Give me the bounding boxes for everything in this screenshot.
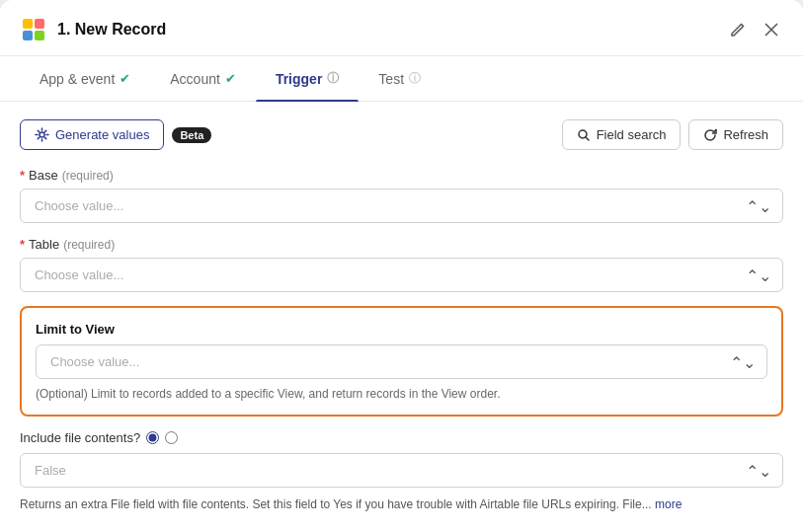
limit-to-view-label: Limit to View <box>36 322 767 337</box>
modal-container: 1. New Record App & event ✔ Account ✔ <box>0 0 803 532</box>
beta-badge: Beta <box>172 127 211 143</box>
base-label-text: Base <box>29 168 58 183</box>
svg-rect-1 <box>23 19 33 29</box>
base-field-group: * Base (required) Choose value... ⌃⌄ <box>20 168 783 223</box>
include-file-radio-group <box>146 431 178 444</box>
tab-test[interactable]: Test ⓘ <box>359 56 441 101</box>
limit-to-view-hint: (Optional) Limit to records added to a s… <box>36 387 767 401</box>
tab-account-check: ✔ <box>225 71 236 86</box>
app-icon <box>20 16 47 43</box>
search-icon <box>577 128 591 142</box>
tab-account[interactable]: Account ✔ <box>150 56 256 101</box>
close-icon <box>763 22 779 38</box>
svg-rect-3 <box>23 31 33 40</box>
field-search-button[interactable]: Field search <box>562 119 682 150</box>
include-file-hint: Returns an extra File field with file co… <box>20 495 783 513</box>
limit-to-view-select[interactable]: Choose value... <box>36 344 767 379</box>
toolbar: Generate values Beta Field search <box>20 119 783 150</box>
svg-point-5 <box>40 132 44 137</box>
tab-trigger-info: ⓘ <box>327 70 339 87</box>
generate-values-label: Generate values <box>55 127 149 142</box>
table-required-star: * <box>20 237 25 252</box>
tab-test-label: Test <box>378 71 404 87</box>
tab-account-label: Account <box>170 71 220 87</box>
tab-app-event-label: App & event <box>40 71 115 87</box>
base-label: * Base (required) <box>20 168 783 183</box>
table-label: * Table (required) <box>20 237 783 252</box>
tab-test-info: ⓘ <box>409 70 421 87</box>
refresh-button[interactable]: Refresh <box>688 119 783 150</box>
include-file-label: Include file contents? <box>20 430 140 445</box>
field-search-label: Field search <box>597 127 667 142</box>
table-required-text: (required) <box>63 238 115 252</box>
table-select[interactable]: Choose value... <box>20 258 783 292</box>
modal-body: Generate values Beta Field search <box>0 102 803 532</box>
generate-values-button[interactable]: Generate values <box>20 119 164 150</box>
tab-app-event-check: ✔ <box>120 71 130 86</box>
limit-to-view-select-wrapper: Choose value... ⌃⌄ <box>36 344 767 379</box>
include-file-radio-yes[interactable] <box>146 431 159 444</box>
generate-icon <box>35 127 49 142</box>
modal-title-row: 1. New Record <box>20 16 166 43</box>
base-required-text: (required) <box>62 169 114 183</box>
table-select-wrapper: Choose value... ⌃⌄ <box>20 258 783 292</box>
table-label-text: Table <box>29 237 59 252</box>
svg-rect-4 <box>35 31 44 40</box>
limit-to-view-section: Limit to View Choose value... ⌃⌄ (Option… <box>20 306 783 417</box>
edit-icon <box>730 22 746 38</box>
refresh-label: Refresh <box>723 127 768 142</box>
base-select-wrapper: Choose value... ⌃⌄ <box>20 189 783 223</box>
modal-title: 1. New Record <box>57 21 166 38</box>
toolbar-right: Field search Refresh <box>562 119 783 150</box>
close-button[interactable] <box>760 18 783 41</box>
include-file-row: Include file contents? <box>20 430 783 445</box>
modal-header-actions <box>726 18 783 41</box>
svg-rect-2 <box>35 19 44 29</box>
tab-trigger-label: Trigger <box>276 71 322 87</box>
false-select[interactable]: False True <box>20 453 783 488</box>
tab-trigger[interactable]: Trigger ⓘ <box>256 56 359 101</box>
modal-header: 1. New Record <box>0 0 803 56</box>
include-file-field-group: Include file contents? False True ⌃⌄ Ret… <box>20 430 783 513</box>
include-file-radio-no[interactable] <box>165 431 178 444</box>
edit-button[interactable] <box>726 18 750 41</box>
toolbar-left: Generate values Beta <box>20 119 211 150</box>
base-select[interactable]: Choose value... <box>20 189 783 223</box>
table-field-group: * Table (required) Choose value... ⌃⌄ <box>20 237 783 292</box>
more-link[interactable]: more <box>655 497 682 511</box>
tab-app-event[interactable]: App & event ✔ <box>20 56 150 101</box>
refresh-icon <box>703 128 717 142</box>
base-required-star: * <box>20 168 25 183</box>
tab-bar: App & event ✔ Account ✔ Trigger ⓘ Test ⓘ <box>0 56 803 102</box>
include-file-hint-text: Returns an extra File field with file co… <box>20 497 652 511</box>
false-select-wrapper: False True ⌃⌄ <box>20 453 783 488</box>
